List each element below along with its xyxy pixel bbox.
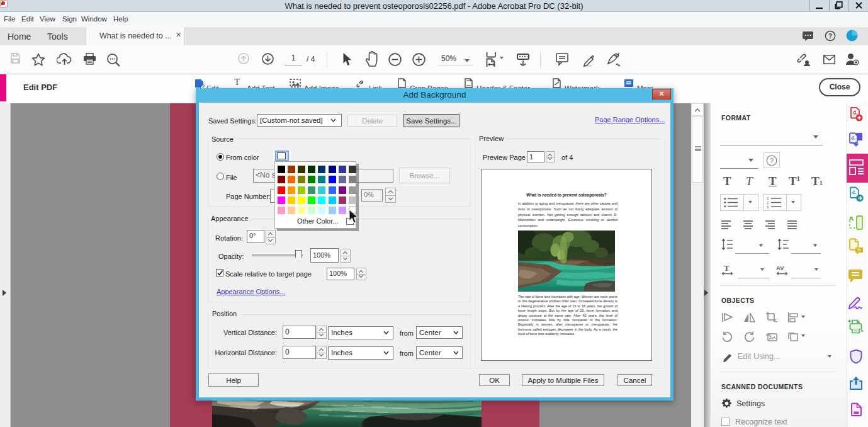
- svg-text:?: ?: [770, 157, 774, 164]
- svg-text:?: ?: [828, 33, 832, 40]
- svg-text:3: 3: [767, 205, 769, 209]
- svg-text:1: 1: [767, 196, 769, 200]
- svg-text:T: T: [724, 264, 730, 273]
- svg-text:2: 2: [767, 201, 769, 205]
- svg-text:AV: AV: [776, 265, 784, 271]
